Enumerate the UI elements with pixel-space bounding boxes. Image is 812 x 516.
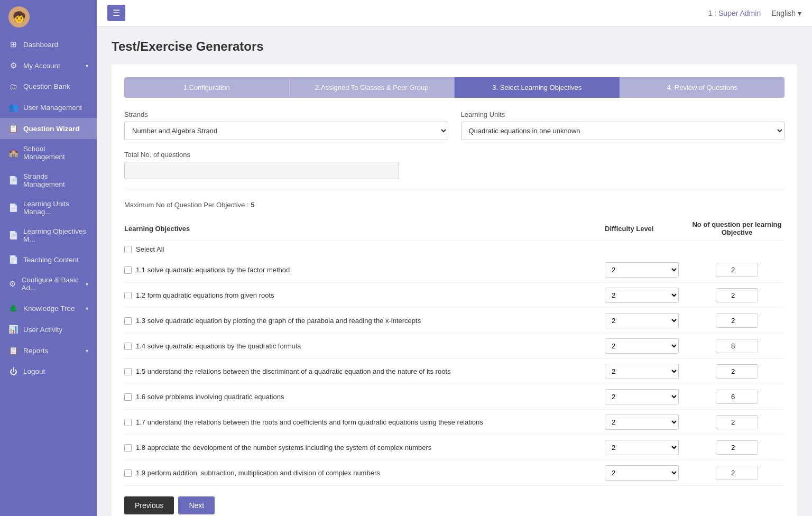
- lo-rows-container: 1.1 solve quadratic equations by the fac…: [124, 257, 785, 486]
- nav-icon-dashboard: ⊞: [8, 40, 18, 49]
- sidebar-item-configure[interactable]: ⚙ Configure & Basic Ad... ▾: [0, 270, 97, 298]
- lo-diff-select-1.6[interactable]: 1 2 3 4 5: [605, 389, 679, 404]
- lo-diff-select-1.4[interactable]: 1 2 3 4 5: [605, 338, 679, 354]
- lo-checkbox-1.4[interactable]: [124, 343, 132, 350]
- step-tab-step4[interactable]: 4. Review of Questions: [620, 77, 785, 98]
- lo-checkbox-1.3[interactable]: [124, 317, 132, 325]
- nav-icon-my-account: ⚙: [8, 61, 18, 70]
- lo-count-1.6: [689, 390, 785, 404]
- lo-count-input-1.4[interactable]: [716, 339, 758, 353]
- sidebar-item-reports[interactable]: 📋 Reports ▾: [0, 340, 97, 361]
- lo-row-1.7: 1.7 understand the relations between the…: [124, 410, 785, 435]
- sidebar-item-teaching-content[interactable]: 📄 Teaching Content: [0, 249, 97, 270]
- topbar-right: 1 : Super Admin English ▾: [708, 9, 801, 17]
- lo-row-1.6: 1.6 solve problems involving quadratic e…: [124, 384, 785, 410]
- language-selector[interactable]: English ▾: [771, 9, 801, 17]
- sidebar-item-my-account[interactable]: ⚙ My Account ▾: [0, 55, 97, 76]
- nav-label-question-bank: Question Bank: [23, 82, 70, 90]
- lo-diff-1.8: 1 2 3 4 5: [605, 440, 689, 455]
- avatar-area: 🧒: [0, 0, 97, 34]
- sidebar-item-question-wizard[interactable]: 📋 Question Wizard: [0, 118, 97, 139]
- lo-count-1.8: [689, 440, 785, 455]
- content-area: Test/Exercise Generators 1.Configuration…: [97, 26, 812, 516]
- sidebar-item-learning-objectives[interactable]: 📄 Learning Objectives M...: [0, 222, 97, 249]
- learning-units-select[interactable]: Quadratic equations in one unknown: [461, 122, 785, 140]
- lo-count-1.4: [689, 339, 785, 353]
- lo-count-1.2: [689, 288, 785, 302]
- next-button[interactable]: Next: [178, 496, 215, 514]
- lo-count-input-1.3[interactable]: [716, 314, 758, 328]
- lo-diff-select-1.7[interactable]: 1 2 3 4 5: [605, 414, 679, 430]
- step-tab-step3[interactable]: 3. Select Learning Objectives: [454, 77, 620, 98]
- lo-count-input-1.7[interactable]: [716, 415, 758, 429]
- sidebar-item-user-activity[interactable]: 📊 User Activity: [0, 319, 97, 340]
- lo-row-1.5: 1.5 understand the relations between the…: [124, 359, 785, 384]
- col-diff-header: Difficulty Level: [605, 225, 689, 233]
- lo-count-input-1.6[interactable]: [716, 390, 758, 404]
- sidebar-item-school-management[interactable]: 🏫 School Management: [0, 139, 97, 167]
- lo-name-1.6: 1.6 solve problems involving quadratic e…: [124, 393, 605, 401]
- total-label: Total No. of questions: [124, 151, 399, 159]
- sidebar-item-strands-management[interactable]: 📄 Strands Management: [0, 167, 97, 194]
- lo-diff-1.4: 1 2 3 4 5: [605, 338, 689, 354]
- lo-count-1.3: [689, 314, 785, 328]
- lo-checkbox-1.7[interactable]: [124, 419, 132, 426]
- lo-count-input-1.1[interactable]: [716, 263, 758, 277]
- sidebar-item-learning-units[interactable]: 📄 Learning Units Manag...: [0, 194, 97, 222]
- learning-units-group: Learning Units Quadratic equations in on…: [461, 110, 785, 140]
- nav-label-teaching-content: Teaching Content: [23, 256, 79, 264]
- lo-diff-1.5: 1 2 3 4 5: [605, 364, 689, 379]
- lo-checkbox-1.6[interactable]: [124, 393, 132, 401]
- nav-label-learning-units: Learning Units Manag...: [23, 200, 88, 216]
- nav-label-reports: Reports: [23, 347, 48, 355]
- lo-checkbox-1.5[interactable]: [124, 368, 132, 375]
- lo-name-1.8: 1.8 appreciate the development of the nu…: [124, 444, 605, 452]
- sidebar-item-knowledge-tree[interactable]: 🌲 Knowledge Tree ▾: [0, 298, 97, 319]
- lo-diff-select-1.2[interactable]: 1 2 3 4 5: [605, 288, 679, 303]
- topbar: ☰ 1 : Super Admin English ▾: [97, 0, 812, 26]
- lo-count-input-1.9[interactable]: [716, 466, 758, 480]
- lo-diff-select-1.8[interactable]: 1 2 3 4 5: [605, 440, 679, 455]
- sidebar-nav: ⊞ Dashboard ⚙ My Account ▾ 🗂 Question Ba…: [0, 34, 97, 516]
- lo-count-1.5: [689, 364, 785, 379]
- lo-checkbox-1.9[interactable]: [124, 469, 132, 477]
- lo-table-header: Learning Objectives Difficulty Level No …: [124, 216, 785, 241]
- lo-diff-select-1.9[interactable]: 1 2 3 4 5: [605, 465, 679, 481]
- previous-button[interactable]: Previous: [124, 496, 174, 514]
- step-tab-step2[interactable]: 2.Assigned To Classes & Peer Group: [289, 77, 455, 98]
- lo-checkbox-1.2[interactable]: [124, 292, 132, 299]
- lo-checkbox-1.8[interactable]: [124, 444, 132, 452]
- nav-label-school-management: School Management: [23, 145, 88, 161]
- nav-icon-teaching-content: 📄: [8, 255, 18, 264]
- select-all-row: Select All: [124, 241, 785, 257]
- sidebar-item-user-management[interactable]: 👥 User Management: [0, 97, 97, 118]
- sidebar-item-dashboard[interactable]: ⊞ Dashboard: [0, 34, 97, 55]
- lo-diff-select-1.3[interactable]: 1 2 3 4 5: [605, 313, 679, 328]
- lo-name-1.3: 1.3 solve quadratic equation by plotting…: [124, 317, 605, 325]
- nav-icon-configure: ⚙: [8, 279, 16, 289]
- lo-count-input-1.8[interactable]: [716, 440, 758, 455]
- step-tab-step1[interactable]: 1.Configuration: [124, 77, 289, 98]
- hamburger-button[interactable]: ☰: [107, 5, 125, 21]
- sidebar-item-logout[interactable]: ⏻ Logout: [0, 361, 97, 382]
- strands-select[interactable]: Number and Algebra Strand: [124, 122, 448, 140]
- total-group: Total No. of questions 28: [124, 151, 399, 179]
- nav-icon-reports: 📋: [8, 346, 18, 355]
- lo-count-input-1.2[interactable]: [716, 288, 758, 302]
- nav-label-question-wizard: Question Wizard: [23, 125, 79, 133]
- main-card: 1.Configuration2.Assigned To Classes & P…: [112, 64, 797, 516]
- lo-text-1.3: 1.3 solve quadratic equation by plotting…: [136, 317, 421, 325]
- nav-icon-learning-objectives: 📄: [8, 231, 18, 240]
- lo-count-input-1.5[interactable]: [716, 364, 758, 379]
- lo-row-1.8: 1.8 appreciate the development of the nu…: [124, 435, 785, 460]
- select-all-checkbox[interactable]: [124, 246, 132, 253]
- nav-label-learning-objectives: Learning Objectives M...: [23, 227, 88, 243]
- lo-checkbox-1.1[interactable]: [124, 266, 132, 274]
- nav-label-user-activity: User Activity: [23, 326, 62, 334]
- lo-diff-select-1.5[interactable]: 1 2 3 4 5: [605, 364, 679, 379]
- nav-icon-question-bank: 🗂: [8, 82, 18, 91]
- lo-diff-select-1.1[interactable]: 1 2 3 4 5: [605, 262, 679, 278]
- sidebar-item-question-bank[interactable]: 🗂 Question Bank: [0, 76, 97, 97]
- nav-arrow-my-account: ▾: [86, 63, 88, 69]
- lo-diff-1.6: 1 2 3 4 5: [605, 389, 689, 404]
